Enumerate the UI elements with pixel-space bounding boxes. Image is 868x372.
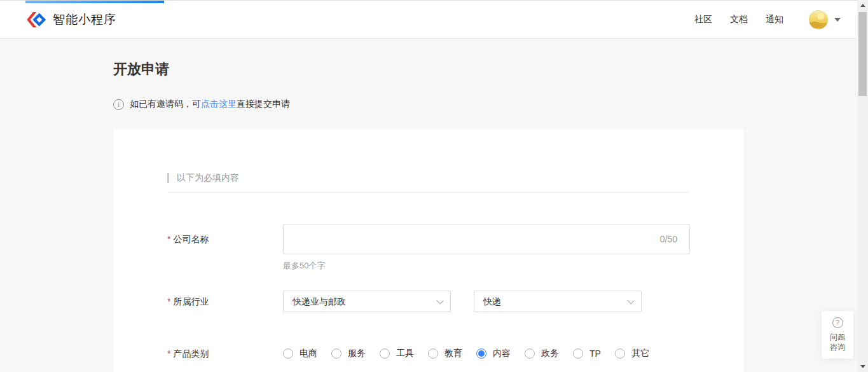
triangle-up-icon bbox=[860, 4, 865, 7]
scrollbar-down-button[interactable] bbox=[857, 361, 868, 372]
section-accent-bar bbox=[167, 173, 169, 183]
radio-icon bbox=[615, 348, 625, 359]
invite-code-notice: i 如已有邀请码，可点击这里直接提交申请 bbox=[113, 99, 857, 110]
radio-option-government[interactable]: 政务 bbox=[525, 348, 559, 359]
page-title: 开放申请 bbox=[113, 60, 857, 78]
product-category-label-text: 产品类别 bbox=[173, 348, 209, 359]
nav-notifications[interactable]: 通知 bbox=[766, 14, 783, 25]
radio-option-ecommerce[interactable]: 电商 bbox=[283, 348, 317, 359]
help-line-2: 咨询 bbox=[830, 342, 845, 352]
notice-text-suffix: 直接提交申请 bbox=[237, 99, 290, 110]
industry-label-text: 所属行业 bbox=[173, 296, 209, 307]
required-section-header: 以下为必填内容 bbox=[167, 172, 689, 184]
radio-label: TP bbox=[589, 348, 601, 359]
required-asterisk: * bbox=[167, 348, 170, 359]
radio-label: 政务 bbox=[541, 348, 559, 359]
company-name-hint: 最多50个字 bbox=[283, 260, 690, 272]
required-asterisk: * bbox=[167, 296, 170, 307]
radio-label: 其它 bbox=[631, 348, 649, 359]
header-right: 社区 文档 通知 bbox=[694, 10, 841, 29]
radio-option-tp[interactable]: TP bbox=[573, 348, 601, 359]
chevron-down-icon bbox=[628, 298, 635, 305]
industry-label: *所属行业 bbox=[167, 291, 283, 312]
info-icon: i bbox=[113, 99, 124, 110]
industry-primary-select[interactable]: 快递业与邮政 bbox=[283, 291, 451, 312]
radio-option-education[interactable]: 教育 bbox=[428, 348, 462, 359]
radio-option-service[interactable]: 服务 bbox=[331, 348, 366, 359]
company-name-label-text: 公司名称 bbox=[173, 234, 209, 244]
radio-label: 电商 bbox=[300, 348, 317, 359]
user-avatar[interactable] bbox=[809, 10, 828, 29]
radio-icon bbox=[380, 348, 390, 359]
help-line-1: 问题 bbox=[830, 332, 845, 342]
industry-secondary-value: 快递 bbox=[483, 296, 501, 307]
radio-label: 内容 bbox=[493, 348, 511, 359]
smart-miniprogram-logo-icon bbox=[25, 10, 46, 29]
radio-option-other[interactable]: 其它 bbox=[615, 348, 649, 359]
loading-progress-bar bbox=[25, 1, 164, 3]
company-name-input[interactable] bbox=[283, 224, 690, 254]
section-divider bbox=[167, 192, 689, 193]
brand-logo[interactable]: 智能小程序 bbox=[25, 10, 116, 29]
product-category-label: *产品类别 bbox=[167, 347, 283, 360]
scrollbar-thumb[interactable] bbox=[858, 12, 867, 96]
radio-option-content[interactable]: 内容 bbox=[476, 348, 511, 359]
chevron-down-icon bbox=[437, 298, 444, 305]
company-name-input-wrap: 0/50 bbox=[283, 224, 690, 254]
product-category-options: 电商 服务 工具 教育 内容 bbox=[283, 347, 663, 360]
radio-icon bbox=[476, 348, 486, 359]
radio-option-tool[interactable]: 工具 bbox=[380, 348, 414, 359]
char-counter: 0/50 bbox=[660, 224, 677, 254]
top-navbar: 智能小程序 社区 文档 通知 bbox=[0, 1, 857, 39]
nav-community[interactable]: 社区 bbox=[694, 14, 712, 25]
scrollbar-up-button[interactable] bbox=[857, 0, 868, 11]
triangle-down-icon bbox=[860, 365, 865, 368]
help-consult-widget[interactable]: ? 问题 咨询 bbox=[822, 311, 853, 359]
click-here-link[interactable]: 点击这里 bbox=[201, 99, 237, 110]
company-name-row: *公司名称 0/50 最多50个字 bbox=[167, 224, 689, 272]
page-body: 开放申请 i 如已有邀请码，可点击这里直接提交申请 以下为必填内容 *公司名称 … bbox=[0, 39, 857, 372]
question-mark-icon: ? bbox=[832, 317, 843, 328]
radio-label: 服务 bbox=[348, 348, 366, 359]
industry-row: *所属行业 快递业与邮政 快递 bbox=[167, 291, 689, 312]
notice-text-prefix: 如已有邀请码，可 bbox=[130, 99, 201, 110]
required-asterisk: * bbox=[167, 234, 170, 244]
industry-primary-value: 快递业与邮政 bbox=[293, 296, 346, 307]
radio-icon bbox=[525, 348, 535, 359]
brand-name: 智能小程序 bbox=[53, 11, 116, 28]
radio-icon bbox=[573, 348, 583, 359]
chevron-down-icon[interactable] bbox=[834, 18, 841, 22]
application-form-card: 以下为必填内容 *公司名称 0/50 最多50个字 *所属行业 bbox=[113, 129, 744, 372]
radio-icon bbox=[283, 348, 293, 359]
radio-label: 教育 bbox=[444, 348, 462, 359]
radio-icon bbox=[428, 348, 438, 359]
company-name-label: *公司名称 bbox=[167, 224, 283, 272]
section-title: 以下为必填内容 bbox=[177, 172, 239, 184]
nav-docs[interactable]: 文档 bbox=[730, 14, 748, 25]
vertical-scrollbar[interactable] bbox=[857, 0, 868, 372]
radio-icon bbox=[331, 348, 341, 359]
product-category-row: *产品类别 电商 服务 工具 教育 bbox=[167, 347, 689, 360]
radio-label: 工具 bbox=[396, 348, 414, 359]
industry-secondary-select[interactable]: 快递 bbox=[474, 291, 642, 312]
